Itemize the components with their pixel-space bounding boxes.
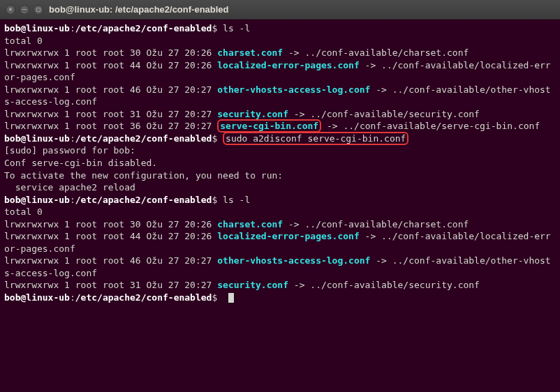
symlink-name: charset.conf [217, 47, 283, 58]
file-perms: lrwxrwxrwx 1 root root 46 Ožu 27 20:27 [4, 84, 217, 95]
symlink-name: security.conf [217, 109, 288, 119]
highlighted-command: sudo a2disconf serve-cgi-bin.conf [223, 132, 408, 145]
symlink-target: -> ../conf-available/serve-cgi-bin.conf [321, 121, 540, 131]
symlink-target: -> ../conf-available/charset.conf [283, 47, 469, 58]
ls-entry: lrwxrwxrwx 1 root root 31 Ožu 27 20:27 s… [4, 108, 556, 121]
prompt-user: bob@linux-ub [4, 133, 70, 144]
prompt-line: bob@linux-ub:/etc/apache2/conf-enabled$ … [4, 22, 556, 35]
symlink-name: charset.conf [217, 219, 283, 229]
window-title: bob@linux-ub: /etc/apache2/conf-enabled [49, 3, 229, 16]
symlink-name: localized-error-pages.conf [217, 60, 360, 70]
terminal-output[interactable]: bob@linux-ub:/etc/apache2/conf-enabled$ … [0, 20, 560, 307]
ls-entry: lrwxrwxrwx 1 root root 36 Ožu 27 20:27 s… [4, 120, 556, 133]
symlink-name: localized-error-pages.conf [217, 231, 360, 241]
close-icon[interactable]: ✕ [6, 5, 15, 15]
minimize-icon[interactable]: – [20, 5, 29, 15]
file-perms: lrwxrwxrwx 1 root root 30 Ožu 27 20:26 [4, 47, 217, 58]
prompt-line: bob@linux-ub:/etc/apache2/conf-enabled$ … [4, 194, 556, 206]
cursor [228, 293, 234, 303]
file-perms: lrwxrwxrwx 1 root root 46 Ožu 27 20:27 [4, 255, 217, 266]
ls-entry: lrwxrwxrwx 1 root root 31 Ožu 27 20:27 s… [4, 279, 556, 292]
output-line: service apache2 reload [4, 181, 556, 194]
prompt-user: bob@linux-ub [4, 23, 70, 33]
window-controls: ✕ – ▢ [6, 5, 43, 15]
prompt-user: bob@linux-ub [4, 292, 70, 303]
file-perms: lrwxrwxrwx 1 root root 30 Ožu 27 20:26 [4, 219, 217, 229]
sudo-password-prompt: [sudo] password for bob: [4, 144, 556, 157]
symlink-name: security.conf [217, 280, 288, 290]
file-perms: lrwxrwxrwx 1 root root 44 Ožu 27 20:26 [4, 60, 217, 70]
ls-entry: lrwxrwxrwx 1 root root 44 Ožu 27 20:26 l… [4, 59, 556, 84]
total-line: total 0 [4, 206, 556, 218]
ls-entry: lrwxrwxrwx 1 root root 44 Ožu 27 20:26 l… [4, 230, 556, 255]
total-line: total 0 [4, 35, 556, 47]
maximize-icon[interactable]: ▢ [34, 5, 43, 15]
output-line: To activate the new configuration, you n… [4, 169, 556, 182]
ls-entry: lrwxrwxrwx 1 root root 46 Ožu 27 20:27 o… [4, 255, 556, 279]
file-perms: lrwxrwxrwx 1 root root 36 Ožu 27 20:27 [4, 121, 217, 131]
prompt-line: bob@linux-ub:/etc/apache2/conf-enabled$ … [4, 133, 556, 145]
file-perms: lrwxrwxrwx 1 root root 31 Ožu 27 20:27 [4, 280, 217, 290]
symlink-target: -> ../conf-available/security.conf [288, 280, 480, 290]
symlink-name: other-vhosts-access-log.conf [217, 255, 370, 266]
prompt-line: bob@linux-ub:/etc/apache2/conf-enabled$ [4, 292, 556, 304]
symlink-target: -> ../conf-available/security.conf [288, 109, 480, 119]
highlighted-file: serve-cgi-bin.conf [217, 119, 321, 133]
file-perms: lrwxrwxrwx 1 root root 44 Ožu 27 20:26 [4, 231, 217, 241]
prompt-path: /etc/apache2/conf-enabled [75, 195, 212, 205]
ls-entry: lrwxrwxrwx 1 root root 30 Ožu 27 20:26 c… [4, 47, 556, 59]
ls-entry: lrwxrwxrwx 1 root root 46 Ožu 27 20:27 o… [4, 84, 556, 108]
prompt-path: /etc/apache2/conf-enabled [75, 23, 212, 33]
prompt-path: /etc/apache2/conf-enabled [75, 133, 212, 144]
file-perms: lrwxrwxrwx 1 root root 31 Ožu 27 20:27 [4, 109, 217, 119]
symlink-name: serve-cgi-bin.conf [220, 121, 318, 131]
symlink-name: other-vhosts-access-log.conf [217, 84, 370, 95]
ls-entry: lrwxrwxrwx 1 root root 30 Ožu 27 20:26 c… [4, 218, 556, 231]
titlebar: ✕ – ▢ bob@linux-ub: /etc/apache2/conf-en… [0, 0, 560, 20]
symlink-target: -> ../conf-available/charset.conf [283, 219, 469, 229]
prompt-user: bob@linux-ub [4, 195, 70, 205]
output-line: Conf serve-cgi-bin disabled. [4, 157, 556, 169]
prompt-path: /etc/apache2/conf-enabled [75, 292, 212, 303]
